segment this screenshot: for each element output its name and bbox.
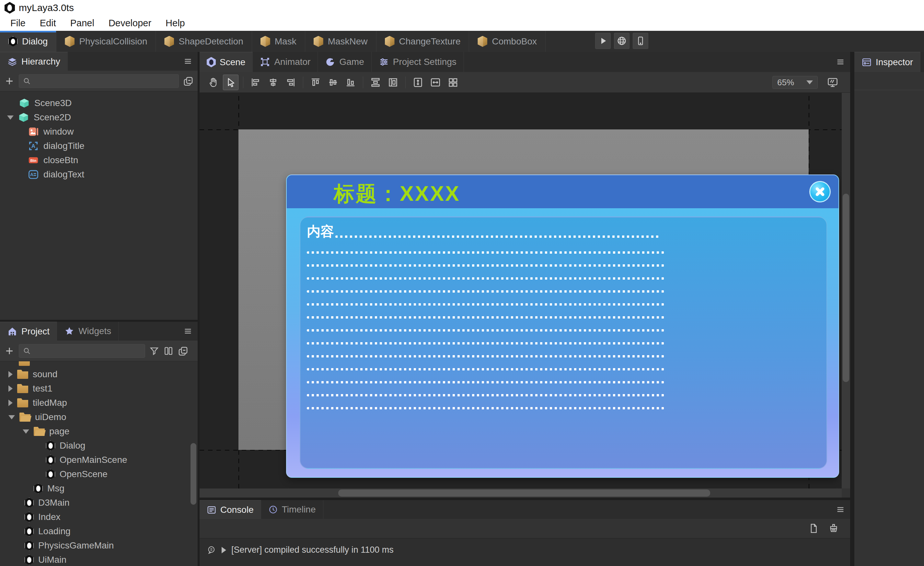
tab-animator[interactable]: Animator <box>253 52 318 72</box>
distribute-horizontal-button[interactable] <box>385 75 401 90</box>
doc-tab-mask[interactable]: Mask <box>252 31 305 52</box>
tree-row-uidemo[interactable]: uiDemo <box>0 410 198 424</box>
tree-row-openscene[interactable]: OpenScene <box>0 467 198 481</box>
run-on-mobile-button[interactable] <box>633 33 648 49</box>
tree-row-page[interactable]: page <box>0 424 198 438</box>
tree-row-tiledmap[interactable]: tiledMap <box>0 396 198 410</box>
select-tool-button[interactable] <box>223 75 238 90</box>
tab-widgets[interactable]: Widgets <box>57 322 118 340</box>
tree-row-closebtn[interactable]: Btn closeBtn <box>0 153 198 167</box>
expand-caret-icon[interactable] <box>22 429 29 434</box>
expand-caret-icon[interactable] <box>8 415 15 419</box>
tree-row-sound[interactable]: sound <box>0 367 198 381</box>
tree-row-scene2d[interactable]: Scene2D <box>0 110 198 125</box>
tree-row-dialogtitle[interactable]: A dialogTitle <box>0 139 198 153</box>
scene-menu-button[interactable] <box>835 57 846 67</box>
doc-tab-physicalcollision[interactable]: PhysicalCollision <box>56 31 156 52</box>
tree-row-d3main[interactable]: D3Main <box>0 495 198 510</box>
split-view-button[interactable] <box>163 346 174 356</box>
tree-row-openmainscene[interactable]: OpenMainScene <box>0 453 198 467</box>
tree-label: Scene3D <box>34 98 72 108</box>
play-button[interactable] <box>595 33 611 49</box>
tree-row-physicsgamemain[interactable]: PhysicsGameMain <box>0 539 198 553</box>
zoom-level-dropdown[interactable]: 65% <box>772 76 818 89</box>
grid-layout-button[interactable] <box>445 75 461 90</box>
dialog-dotted-line <box>307 251 664 254</box>
tree-row-index[interactable]: Index <box>0 510 198 524</box>
add-node-button[interactable] <box>4 75 15 87</box>
scene-vertical-scrollbar[interactable] <box>842 93 850 488</box>
align-bottom-button[interactable] <box>343 75 358 90</box>
menu-developer[interactable]: Developer <box>103 17 157 30</box>
tab-scene[interactable]: Scene <box>200 52 253 72</box>
tab-inspector[interactable]: Inspector <box>854 52 920 72</box>
align-middle-vertical-button[interactable] <box>325 75 341 90</box>
dialog-content-panel[interactable]: 内容 <box>300 217 827 469</box>
horizontal-scrollbar-thumb[interactable] <box>338 489 710 497</box>
expand-caret-icon[interactable] <box>8 385 13 392</box>
dialog-window[interactable]: 标题：XXXX 内容 <box>286 175 839 478</box>
doc-tab-changetexture[interactable]: ChangeTexture <box>376 31 470 52</box>
align-top-button[interactable] <box>308 75 323 90</box>
stretch-vertical-button[interactable] <box>410 75 426 90</box>
doc-tab-shapedetection[interactable]: ShapeDetection <box>156 31 252 52</box>
collapse-all-button[interactable] <box>177 345 189 357</box>
menu-help[interactable]: Help <box>160 17 191 30</box>
scene-canvas[interactable]: 标题：XXXX 内容 <box>200 93 842 488</box>
hand-tool-button[interactable] <box>206 75 221 90</box>
dialog-title-text[interactable]: 标题：XXXX <box>334 180 460 208</box>
menu-panel[interactable]: Panel <box>64 17 100 30</box>
device-preview-button[interactable] <box>825 75 840 90</box>
tree-row-msg[interactable]: Msg <box>0 481 198 495</box>
filter-button[interactable] <box>149 346 159 356</box>
tree-row-uimain[interactable]: UiMain <box>0 553 198 566</box>
align-left-button[interactable] <box>248 75 263 90</box>
tab-timeline[interactable]: Timeline <box>261 500 323 519</box>
distribute-vertical-button[interactable] <box>368 75 383 90</box>
project-menu-button[interactable] <box>183 326 193 336</box>
doc-tab-dialog[interactable]: Dialog <box>0 31 56 52</box>
run-in-browser-button[interactable] <box>614 33 630 49</box>
add-asset-button[interactable] <box>4 345 15 357</box>
house-icon <box>7 326 18 337</box>
tree-row-loading[interactable]: Loading <box>0 524 198 539</box>
console-menu-button[interactable] <box>835 504 846 515</box>
log-entry[interactable]: [Server] compiled successfully in 1100 m… <box>200 539 850 555</box>
scene-horizontal-scrollbar[interactable] <box>200 488 842 498</box>
design-stage[interactable]: 标题：XXXX 内容 <box>238 129 808 450</box>
tree-row-dialogtext[interactable]: A dialogText <box>0 167 198 182</box>
collapse-all-button[interactable] <box>183 75 194 87</box>
expand-caret-icon[interactable] <box>7 116 14 120</box>
clear-console-button[interactable] <box>828 523 839 534</box>
copy-log-button[interactable] <box>808 523 819 534</box>
project-tree-scrollbar-thumb[interactable] <box>190 443 196 505</box>
tab-project-settings[interactable]: Project Settings <box>372 52 464 72</box>
stretch-horizontal-button[interactable] <box>428 75 443 90</box>
expand-caret-icon[interactable] <box>8 400 13 406</box>
menu-file[interactable]: File <box>4 17 32 30</box>
doc-tab-combobox[interactable]: ComboBox <box>469 31 546 52</box>
align-center-horizontal-button[interactable] <box>266 75 281 90</box>
hierarchy-search-input[interactable] <box>34 76 175 86</box>
tree-row-window[interactable]: window <box>0 125 198 139</box>
hierarchy-menu-button[interactable] <box>183 56 193 66</box>
tab-console[interactable]: Console <box>200 500 261 519</box>
expand-caret-icon[interactable] <box>222 547 226 553</box>
tree-row-test1[interactable]: test1 <box>0 381 198 396</box>
tab-game[interactable]: Game <box>318 52 371 72</box>
dialog-close-button[interactable] <box>809 181 831 202</box>
doc-tab-masknew[interactable]: MaskNew <box>305 31 376 52</box>
laya-monkey-icon <box>46 441 55 451</box>
expand-caret-icon[interactable] <box>8 371 13 378</box>
tree-row-dialog-scene[interactable]: Dialog <box>0 438 198 453</box>
layers-icon <box>7 56 18 67</box>
menu-edit[interactable]: Edit <box>34 17 62 30</box>
tree-row-scene3d[interactable]: Scene3D <box>0 96 198 110</box>
project-search-input[interactable] <box>34 346 142 356</box>
tree-row-partial[interactable] <box>0 361 198 367</box>
tab-project[interactable]: Project <box>0 322 57 340</box>
vertical-scrollbar-thumb[interactable] <box>843 194 849 382</box>
tab-hierarchy[interactable]: Hierarchy <box>0 52 68 71</box>
align-right-button[interactable] <box>283 75 298 90</box>
inspector-tab-strip: Inspector <box>854 52 924 72</box>
